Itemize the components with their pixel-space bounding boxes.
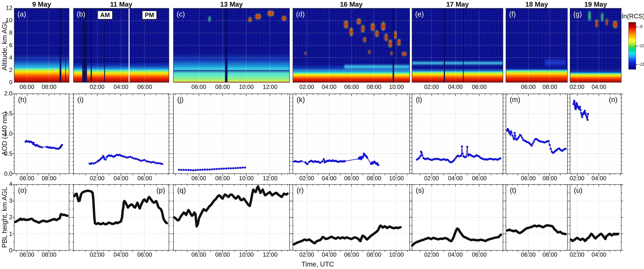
y-axis-title-text: Altitude, km AGL [0,20,8,70]
aod-plot-svg [293,94,410,174]
x-tick-label: 08:00 [536,251,563,258]
pbl-plot-svg [14,185,69,250]
chart-panel-h-: (h) [14,94,69,174]
aod-data-point [150,162,152,164]
aod-data-point [223,168,225,170]
panel-letter: (d) [296,10,305,18]
aod-data-point [122,155,124,158]
pbl-series-line [74,191,167,224]
aod-data-point [518,136,520,138]
x-tick-label: 02:00 [418,175,445,182]
aod-data-point [206,168,208,171]
lidar-panel-17-may: (e) [412,8,503,82]
panel-letter: (a) [18,10,26,18]
aod-data-point [232,167,234,169]
aod-data-point [466,146,468,148]
pbl-plot-svg [74,185,169,250]
lidar-panel-18-may: (f) [506,8,568,82]
aod-data-point [587,113,589,115]
aod-data-point [465,156,467,158]
aod-data-point [586,117,588,119]
lidar-grid-svg [506,8,567,82]
x-tick-label: 06:00 [186,251,212,258]
x-tick-label: 08:00 [209,251,236,258]
aod-data-point [197,169,199,171]
aod-data-point [321,160,323,162]
x-tick-label: 08:00 [536,175,563,182]
chart-panel-j-: (j) [173,94,290,174]
panel-title: 18 May [506,0,568,8]
panel-letter: (j) [177,96,184,104]
aod-data-point [228,167,230,169]
pbl-series-line [571,234,618,241]
aod-data-point [213,168,216,170]
colorbar-tick [636,64,638,65]
aod-data-point [499,158,502,160]
aod-data-point [147,160,149,162]
pbl-series-line [174,186,288,226]
aod-data-point [530,144,533,147]
aod-data-point [188,169,190,171]
aod-data-point [510,134,512,136]
pbl-series-line [294,226,400,244]
aod-data-point [576,102,578,104]
y-axis-title: AOD (440 nm) [0,94,8,174]
aod-data-point [460,154,462,157]
aod-data-point [41,146,43,148]
lidar-grid-svg [74,8,169,82]
aod-data-point [377,164,379,166]
x-tick-label: 08:00 [536,84,563,90]
aod-data-point [185,169,187,171]
aod-data-point [573,100,575,102]
x-tick-label: 06:00 [466,84,492,90]
aod-data-point [520,135,522,137]
aod-data-point [574,102,576,104]
x-tick-label: 06:00 [131,175,158,182]
aod-plot-svg [412,94,503,174]
colorbar-tick-label: -9 [638,24,642,29]
lidar-grid-svg [14,8,69,82]
y-axis-title-text: PBL height, km AGL [0,187,8,248]
lidar-grid-svg [412,8,503,82]
lidar-grid-svg [570,8,621,82]
x-tick-label: 08:00 [209,175,236,182]
lidar-panel-13-may: (c) [173,8,290,82]
pbl-plot-svg [412,185,503,250]
aod-data-point [420,155,422,157]
panel-letter: (h) [18,96,27,104]
aod-plot-svg [506,94,567,174]
aod-data-point [183,169,185,171]
aod-data-point [144,159,146,161]
colorbar-tick [636,46,638,46]
aod-data-point [194,169,196,171]
aod-data-point [61,144,63,146]
panel-title: 9 May [14,0,69,8]
chart-panel-i-: (i) [73,94,169,174]
chart-panel-t-: (t) [506,184,568,250]
panel-letter: (u) [574,186,582,194]
panel-letter: (i) [77,96,84,104]
aod-data-point [133,158,135,160]
colorbar-tick [636,27,638,27]
aod-data-point [421,154,423,156]
x-tick-label: 02:00 [418,84,445,90]
chart-panel-n-: (n) [570,94,622,174]
aod-data-point [548,140,550,142]
x-tick-label: 04:00 [108,84,134,90]
panel-letter: (k) [297,96,305,104]
panel-letter: (c) [177,10,185,18]
lidar-grid-svg [174,8,289,82]
x-tick-label: 08:00 [36,175,62,182]
aod-data-point [533,140,535,143]
panel-title: 19 May [570,0,622,8]
panel-letter: (t) [510,186,516,194]
aod-data-point [225,168,227,170]
aod-data-point [136,158,138,160]
aod-data-point [581,116,583,118]
lidar-panel-19-may: (g) [570,8,622,82]
panel-letter: (l) [416,96,422,104]
aod-data-point [149,161,151,163]
aod-plot-svg [14,94,69,174]
chart-panel-r-: (r) [293,184,410,250]
aod-data-point [134,158,137,160]
